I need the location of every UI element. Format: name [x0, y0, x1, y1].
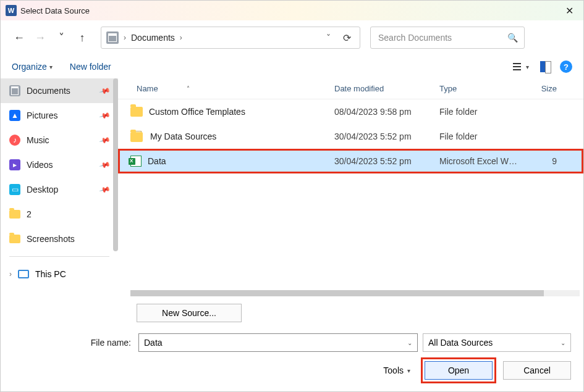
search-input[interactable] [377, 32, 507, 43]
file-name: Custom Office Templates [149, 107, 245, 117]
sidebar-scrollbar[interactable] [113, 78, 118, 251]
chevron-right-icon: › [9, 270, 12, 278]
address-bar[interactable]: › Documents › ˅ ⟳ [101, 27, 360, 49]
cancel-button[interactable]: Cancel [503, 361, 571, 380]
sidebar-item-music[interactable]: ♪ Music 📌 [1, 128, 118, 152]
search-box[interactable]: 🔍 [370, 27, 525, 49]
sidebar-item-screenshots[interactable]: Screenshots [1, 227, 118, 251]
breadcrumb-chevron-icon: › [124, 33, 126, 42]
organize-label: Organize [12, 62, 47, 72]
folder-icon [9, 210, 20, 219]
excel-file-icon [130, 156, 142, 167]
navigation-bar: ← → ˅ ↑ › Documents › ˅ ⟳ 🔍 [1, 20, 583, 55]
sidebar-item-label: Videos [27, 160, 53, 170]
column-header-name[interactable]: Name ˄ [137, 84, 334, 93]
file-row[interactable]: Custom Office Templates 08/04/2023 9:58 … [118, 99, 583, 124]
folder-icon [9, 235, 20, 243]
sidebar-item-documents[interactable]: Documents 📌 [1, 78, 118, 103]
pin-icon: 📌 [99, 183, 111, 196]
refresh-icon: ⟳ [343, 33, 351, 43]
file-date: 30/04/2023 5:52 pm [334, 156, 439, 166]
select-data-source-dialog: W Select Data Source ✕ ← → ˅ ↑ › Documen… [0, 0, 584, 392]
file-type: File folder [439, 131, 532, 141]
sort-ascending-icon: ˄ [187, 85, 190, 92]
documents-icon [9, 85, 20, 96]
file-type: File folder [439, 107, 532, 117]
open-button[interactable]: Open [425, 361, 493, 380]
pin-icon: 📌 [99, 134, 111, 146]
sidebar-item-label: Desktop [27, 185, 58, 194]
command-bar: Organize ▾ New folder ▾ ? [1, 55, 583, 78]
tools-menu[interactable]: Tools ▾ [383, 365, 410, 375]
this-pc-icon [18, 270, 29, 278]
sidebar-divider [9, 256, 109, 257]
pin-icon: 📌 [99, 159, 111, 171]
file-type-value: All Data Sources [428, 338, 493, 348]
breadcrumb-location[interactable]: Documents [131, 33, 175, 43]
scrollbar-thumb[interactable] [130, 290, 544, 296]
file-date: 08/04/2023 9:58 pm [334, 107, 439, 117]
sidebar-item-this-pc[interactable]: › This PC [1, 262, 118, 286]
sidebar-item-label: Screenshots [27, 234, 75, 244]
sidebar-item-label: Pictures [27, 111, 58, 120]
sidebar-item-folder-2[interactable]: 2 [1, 202, 118, 227]
sidebar-item-label: Documents [27, 86, 70, 96]
file-name: My Data Sources [150, 131, 216, 141]
chevron-down-icon: ⌄ [561, 340, 565, 346]
view-menu-button[interactable] [510, 59, 526, 75]
view-menu-chevron-icon[interactable]: ▾ [526, 64, 529, 70]
column-header-size[interactable]: Size [532, 84, 563, 93]
sidebar-item-pictures[interactable]: ▲ Pictures 📌 [1, 103, 118, 128]
file-date: 30/04/2023 5:52 pm [334, 131, 439, 141]
new-folder-label: New folder [70, 62, 111, 72]
breadcrumb-chevron-icon[interactable]: › [180, 33, 182, 42]
file-type-filter[interactable]: All Data Sources ⌄ [423, 333, 571, 352]
preview-pane-icon [540, 61, 551, 72]
refresh-button[interactable]: ⟳ [339, 32, 355, 44]
sidebar-item-label: 2 [27, 209, 32, 219]
arrow-left-icon: ← [14, 31, 25, 44]
arrow-up-icon: ↑ [80, 31, 85, 44]
help-button[interactable]: ? [560, 60, 572, 73]
file-name: Data [148, 156, 166, 166]
navigation-pane: Documents 📌 ▲ Pictures 📌 ♪ Music 📌 ▸ Vid… [1, 78, 118, 296]
preview-pane-button[interactable] [538, 59, 554, 75]
file-list: Name ˄ Date modified Type Size Custom Of… [118, 78, 583, 296]
pin-icon: 📌 [99, 109, 111, 122]
close-icon: ✕ [565, 5, 573, 17]
organize-menu[interactable]: Organize ▾ [12, 62, 53, 72]
documents-location-icon [106, 31, 119, 44]
column-headers: Name ˄ Date modified Type Size [118, 78, 583, 99]
filename-value: Data [144, 338, 163, 348]
help-icon: ? [564, 62, 569, 72]
file-row-selected[interactable]: Data 30/04/2023 5:52 pm Microsoft Excel … [118, 149, 583, 173]
pictures-icon: ▲ [9, 110, 20, 121]
new-folder-button[interactable]: New folder [70, 62, 111, 72]
new-source-button[interactable]: New Source... [137, 304, 242, 322]
sidebar-item-label: Music [27, 135, 49, 145]
filename-combobox[interactable]: Data ⌄ [138, 333, 418, 352]
pin-icon: 📌 [99, 85, 111, 97]
back-button[interactable]: ← [11, 29, 28, 46]
search-icon: 🔍 [507, 33, 518, 43]
data-sources-folder-icon [130, 131, 144, 142]
chevron-down-icon: ▾ [49, 64, 53, 70]
file-type: Microsoft Excel W… [439, 156, 532, 166]
sidebar-item-videos[interactable]: ▸ Videos 📌 [1, 152, 118, 177]
dialog-title: Select Data Source [20, 6, 555, 15]
chevron-down-icon: ⌄ [407, 340, 412, 346]
up-button[interactable]: ↑ [74, 29, 91, 46]
sidebar-item-desktop[interactable]: ▭ Desktop 📌 [1, 177, 118, 202]
column-header-type[interactable]: Type [439, 84, 532, 93]
horizontal-scrollbar[interactable] [130, 290, 580, 296]
address-dropdown-button[interactable]: ˅ [323, 33, 334, 43]
file-size: 9 [532, 156, 563, 166]
list-view-icon [512, 62, 523, 71]
column-header-date[interactable]: Date modified [334, 84, 439, 93]
bottom-panel: New Source... File name: Data ⌄ All Data… [1, 296, 583, 391]
close-button[interactable]: ✕ [555, 1, 583, 20]
file-row[interactable]: My Data Sources 30/04/2023 5:52 pm File … [118, 124, 583, 149]
forward-button[interactable]: → [32, 29, 49, 46]
recent-locations-button[interactable]: ˅ [53, 29, 70, 46]
desktop-icon: ▭ [9, 184, 20, 195]
